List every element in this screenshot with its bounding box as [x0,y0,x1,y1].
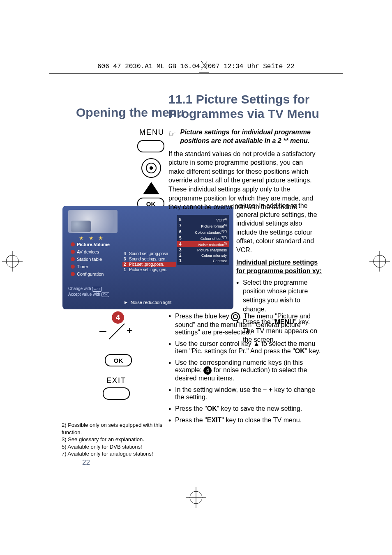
footnote-2: 2) Possible only on sets equipped with t… [62,421,168,436]
osd-item-config: Configuration [71,270,121,278]
osd-mid-row: 1Picture settings, gen. [122,267,176,272]
bullet-select-programme: Select the programme position whose pict… [236,278,323,313]
fold-mark-top [199,60,209,76]
osd-right-row: 3Picture sharpness [177,247,229,253]
bullet-cursor-up: Use the cursor control key ▲ to select t… [168,340,323,355]
crop-mark-right-icon [367,249,392,274]
osd-footer: Change with – / + Accept value with OK [68,286,109,297]
intro-continued: values. In addition to the general pictu… [236,201,323,255]
right-heading: 11.1 Picture Settings for Programmes via… [168,92,321,121]
plus-minus-icon: + – [104,325,130,336]
note-text: Picture settings for individual programm… [180,128,318,145]
bullet-save: Press the "OK" key to save the new setti… [168,405,323,412]
osd-right-row-active: 4Noise reduction3) [177,241,229,247]
exit-label: EXIT [106,376,126,385]
blue-key-inline-icon [231,312,240,321]
osd-settings-list: 8VCR3) 7Picture format5) 6Colour standar… [177,215,229,265]
bullet-blue-key: Press the blue key . The menu "Picture a… [168,312,323,336]
osd-item-timer: Timer [71,263,121,270]
page-container: 606 47 2030.A1 ML GB 16.04.2007 12:34 Uh… [0,0,392,555]
osd-stars: ★ ★ ★ [79,235,105,241]
numkey-4-icon: 4 [112,311,124,324]
footnote-3: 3) See glossary for an explanation. [62,436,168,443]
bullet-numeric: Use the corresponding numeric keys (in t… [168,359,323,382]
bullet-exit: Press the "EXIT" key to close the TV men… [168,417,323,424]
osd-mid-row: 3Sound settings, gen. [122,256,176,262]
footnote-5: 5) Available only for DVB stations! [62,443,168,451]
menu-button-graphic [137,140,164,152]
fold-mark-bottom [184,485,208,510]
blue-key-icon [141,158,161,178]
osd-item-station: Station table [71,256,121,263]
exit-block: EXIT [103,376,130,400]
osd-preview-thumb [68,210,118,233]
osd-status: Noise reduction light [125,300,172,305]
osd-right-row: 8VCR3) [177,216,229,223]
right-text-block: ☞ Picture settings for individual progra… [168,128,321,212]
header-divider [49,73,343,74]
left-heading: Opening the menu [76,106,184,120]
svg-point-1 [6,255,18,267]
osd-right-row: 5Colour offset3)7) [177,235,229,241]
crop-mark-left-icon [0,249,25,274]
menu-label: MENU [139,128,164,137]
footnote-7: 7) Available only for analogue stations! [62,450,168,458]
osd-right-row: 7Picture format5) [177,223,229,229]
osd-mid-row-active: 2Pict.set.,prog.posn. [122,262,176,267]
osd-screenshot: ★ ★ ★ TV-Menu Picture-Volume AV devices … [62,206,233,309]
osd-right-row: 1Contrast [177,258,229,263]
osd-submenu: 4Sound set.,prog.posn 3Sound settings, g… [122,251,176,272]
cursor-up-icon [143,182,159,194]
left-controls: MENU OK [58,128,164,210]
header-print-info: 606 47 2030.A1 ML GB 16.04.2007 12:34 Uh… [0,63,392,70]
pointing-hand-icon: ☞ [168,128,176,139]
osd-right-row: 6Colour standard3)7) [177,229,229,235]
osd-right-row: 2Colour intensity [177,253,229,258]
footnotes: 2) Possible only on sets equipped with t… [62,421,168,458]
osd-mid-row: 4Sound set.,prog.posn [122,251,176,256]
osd-item-picture-volume: Picture-Volume [71,241,121,248]
right-text-bullets-wide: Press the blue key . The menu "Picture a… [168,312,323,428]
subheading: Individual picture settings for programm… [236,258,323,276]
page-number: 22 [82,458,90,467]
ok-button-graphic-2: OK [105,354,132,366]
bullet-change-value: In the setting window, use the – + key t… [168,386,323,401]
numkey-inline-icon: 4 [203,366,212,375]
svg-point-4 [374,255,386,267]
osd-main-menu: Picture-Volume AV devices Station table … [71,241,121,278]
exit-button-graphic [103,387,130,400]
osd-item-av: AV devices [71,248,121,256]
